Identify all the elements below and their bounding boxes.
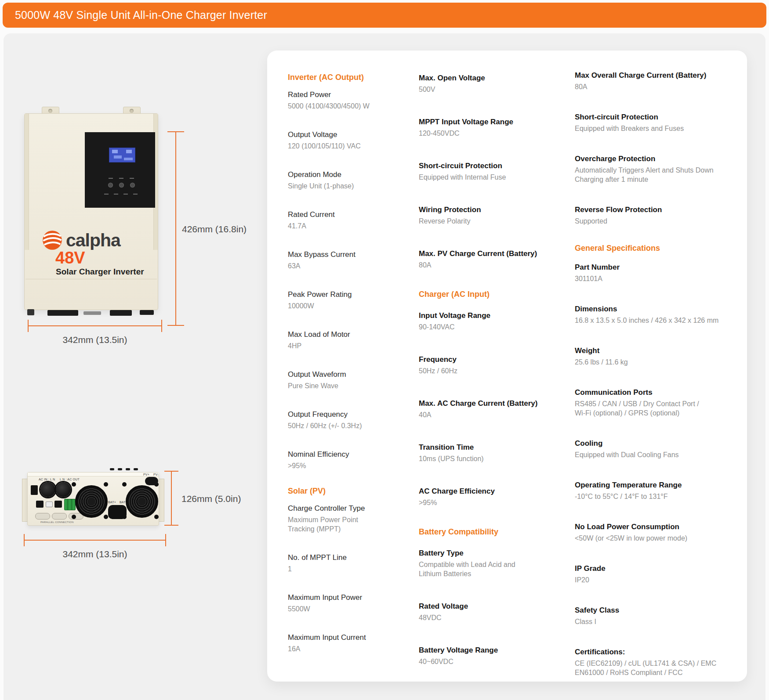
spec-value: 25.6 lbs / 11.6 kg [575,357,738,367]
dimension-cap [164,471,178,472]
spec-value: 5500W [288,604,404,613]
spec-value: 4HP [288,341,404,350]
dry-contact-terminal [64,499,76,510]
spec-value: <50W (or <25W in low power mode) [575,534,738,543]
spec-label: Max Bypass Current [288,250,404,259]
brand-logo: calpha [42,230,120,250]
bottom-height-label: 126mm (5.0in) [181,494,241,504]
spec-item: Reverse Flow ProtectionSupported [575,205,738,226]
brand-name: calpha [66,230,120,250]
spec-item: AC Charge Efficiency>95% [419,487,564,507]
bottom-connector [47,310,78,316]
spec-label: Short-circuit Protection [575,112,738,122]
spec-label: Input Voltage Range [419,311,564,320]
section-heading: General Specifications [575,243,738,253]
spec-label: Part Number [575,263,738,272]
spec-value: 63A [288,261,404,271]
dimension-line-width-front [28,325,162,326]
spec-label: Operating Temperature Range [575,480,738,490]
front-width-label: 342mm (13.5in) [28,335,162,345]
mounting-tab-right [123,107,141,114]
spec-label: Max. AC Charge Current (Battery) [419,399,564,408]
spec-value: Maximum Power Point Tracking (MPPT) [288,515,404,534]
spec-value: >95% [288,461,404,470]
power-switch [31,485,38,495]
spec-label: Frequency [419,355,564,364]
pv-connector [145,477,158,485]
spec-item: IP GradeIP20 [575,564,738,585]
model-voltage: 48V [55,249,85,267]
spec-item: No. of MPPT Line1 [288,553,404,574]
dimension-line-height-front [175,132,176,326]
spec-value: Pure Sine Wave [288,381,404,390]
lcd-graphic [112,150,118,153]
spec-item: No Load Power Consumption<50W (or <25W i… [575,522,738,543]
pv-plus-label: PV+ [143,473,149,476]
spec-label: Reverse Flow Protection [575,205,738,214]
panel-caption [123,194,128,195]
spec-label: Max. Open Voltage [419,73,564,83]
spec-value: Reverse Polarity [419,216,564,226]
spec-item: Max Bypass Current63A [288,250,404,271]
spec-value: Class I [575,617,738,626]
spec-value: IP20 [575,575,738,585]
spec-value: 41.7A [288,221,404,231]
spec-label: Cooling [575,439,738,448]
model-subtitle: Solar Charger Inverter [56,267,144,277]
spec-label: MPPT Input Voltage Range [419,117,564,126]
spec-label: Communication Ports [575,388,738,397]
spec-item: Certifications:CE (IEC62109) / cUL (UL17… [575,647,738,677]
dimension-cap [24,534,25,546]
spec-item: Operating Temperature Range-10°C to 55°C… [575,480,738,501]
spec-value: Supported [575,216,738,226]
spec-value: 50Hz / 60Hz [419,366,564,375]
usb-port [46,502,53,507]
spec-column-general: Max Overall Charge Current (Battery)80AS… [575,71,738,677]
spec-item: Battery TypeCompatible with Lead Acid an… [419,548,564,578]
section-heading: Inverter (AC Output) [288,72,404,82]
parallel-connector [52,513,67,520]
spec-label: AC Charge Efficiency [419,487,564,496]
spec-sheet-page: { "header": { "title": "5000W 48V Single… [0,0,769,700]
spec-label: IP Grade [575,564,738,573]
display-panel [85,132,155,208]
spec-item: Dimensions16.8 x 13.5 x 5.0 inches / 426… [575,304,738,325]
spec-label: Output Frequency [288,410,404,419]
spec-label: Overcharge Protection [575,154,738,163]
spec-column-inverter: Inverter (AC Output)Rated Power5000 (410… [288,72,404,653]
spec-value: 16A [288,644,404,653]
spec-value: CE (IEC62109) / cUL (UL1741 & CSA) / EMC… [575,659,738,677]
spec-item: Rated Current41.7A [288,210,404,231]
dimension-cap [164,525,178,526]
spec-label: Output Waveform [288,370,404,379]
spec-item: Wiring ProtectionReverse Polarity [419,205,564,226]
spec-value: 80A [419,260,564,270]
screw-hole-icon [48,109,52,113]
spec-value: Automatically Triggers Alert and Shuts D… [575,166,738,184]
spec-value: Equipped with Dual Cooling Fans [575,450,738,459]
fan-screws-icon [122,482,127,487]
bottom-connector [140,310,154,315]
panel-caption [104,194,109,195]
dimension-cap [165,534,166,546]
dimension-cap [28,320,29,332]
rs485-port [36,501,44,508]
spec-item: Part Number301101A [575,263,738,283]
spec-item: Input Voltage Range90-140VAC [419,311,564,332]
panel-button [120,183,123,187]
spec-label: Max Load of Motor [288,330,404,339]
spec-value: RS485 / CAN / USB / Dry Contact Port / W… [575,399,738,418]
lcd-graphic [124,158,133,160]
cooling-fan-right-icon [126,485,158,518]
spec-item: Overcharge ProtectionAutomatically Trigg… [575,154,738,184]
page-title: 5000W 48V Single Unit All-in-One Charger… [3,9,267,22]
front-height-label: 426mm (16.8in) [182,224,247,235]
comm-port [54,501,62,508]
spec-value: 40~60VDC [419,657,564,666]
spec-value: 90-140VAC [419,322,564,332]
spec-label: No. of MPPT Line [288,553,404,562]
bottom-width-label: 342mm (13.5in) [24,549,166,559]
pv-minus-label: PV- [153,473,159,476]
spec-item: Battery Voltage Range40~60VDC [419,646,564,666]
spec-item: Frequency50Hz / 60Hz [419,355,564,375]
